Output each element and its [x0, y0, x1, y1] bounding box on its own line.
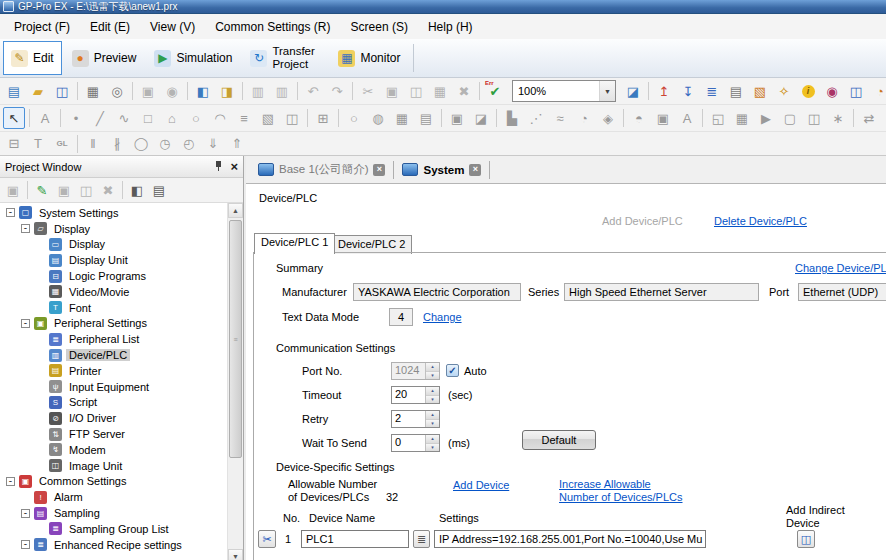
scroll-thumb[interactable]: ≡ [229, 220, 242, 458]
timeout-label: Timeout [302, 389, 341, 401]
screen-list-icon[interactable]: ◧ [127, 180, 147, 200]
scroll-down-icon[interactable]: ▼ [228, 549, 243, 560]
toolbar-separator [77, 82, 78, 100]
edit-item-icon[interactable]: ✎ [32, 180, 52, 200]
undo-icon: ↶ [302, 80, 324, 102]
tree-item-display-group[interactable]: -▱Display [0, 221, 228, 237]
tree-item-video-movie[interactable]: ▦Video/Movie [0, 284, 228, 300]
retry-stepper[interactable]: 2 ▴▾ [391, 410, 440, 428]
project-information-icon[interactable]: ≣ [701, 80, 723, 102]
tree-item-system-settings[interactable]: -▢System Settings [0, 205, 228, 221]
device-monitor-icon[interactable]: ◫ [845, 80, 867, 102]
tree-expander-icon[interactable]: - [21, 319, 30, 328]
tree-item-input-equipment[interactable]: ψInput Equipment [0, 379, 228, 395]
fit-screen-icon[interactable]: ◪ [622, 80, 644, 102]
increase-allowable-link-2[interactable]: Number of Devices/PLCs [559, 491, 683, 503]
device-row-settings-button[interactable]: ✂ [258, 530, 276, 548]
transfer-compare-icon[interactable]: ↧ [677, 80, 699, 102]
open-project-icon[interactable]: ▰ [27, 80, 49, 102]
mode-tab-simulation[interactable]: ▶Simulation [146, 41, 240, 75]
tree-item-enhanced-recipe[interactable]: -≣Enhanced Recipe settings [0, 537, 228, 553]
close-icon[interactable]: × [230, 160, 238, 173]
doc-tab-system[interactable]: System× [396, 159, 487, 181]
tree-expander-icon[interactable]: - [21, 540, 30, 549]
tree-item-logic-programs[interactable]: ⊟Logic Programs [0, 268, 228, 284]
tree-item-display-unit[interactable]: ▤Display Unit [0, 252, 228, 268]
port-no-spin-icons: ▴▾ [425, 363, 439, 379]
tree-expander-icon[interactable]: - [21, 509, 30, 518]
menu-edit[interactable]: Edit (E) [80, 17, 140, 37]
new-screen-icon[interactable]: ◧ [192, 80, 214, 102]
default-button[interactable]: Default [522, 430, 596, 450]
menu-project[interactable]: Project (F) [4, 17, 80, 37]
tree-item-peripheral-list[interactable]: ≣Peripheral List [0, 331, 228, 347]
mode-tab-monitor[interactable]: ▦Monitor [330, 41, 408, 75]
increase-allowable-link-1[interactable]: Increase Allowable [559, 478, 651, 490]
tree-item-script[interactable]: SScript [0, 395, 228, 411]
zoom-level-select[interactable]: 100%▼ [512, 80, 616, 102]
information-icon[interactable]: i [797, 80, 819, 102]
tree-item-alarm[interactable]: !Alarm [0, 489, 228, 505]
transfer-send-icon[interactable]: ↥ [653, 80, 675, 102]
mode-tab-edit[interactable]: ✎Edit [3, 41, 62, 75]
doc-tab-base-1[interactable]: Base 1(公司簡介)× [252, 159, 391, 181]
menu-view[interactable]: View (V) [140, 17, 205, 37]
change-text-data-mode-link[interactable]: Change [423, 311, 462, 323]
tree-item-ftp-server[interactable]: ⇅FTP Server [0, 426, 228, 442]
delete-device-plc-link[interactable]: Delete Device/PLC [714, 215, 807, 227]
tree-item-printer[interactable]: ▤Printer [0, 363, 228, 379]
error-check-icon[interactable]: Err✔ [484, 80, 506, 102]
tree-item-font[interactable]: TFont [0, 300, 228, 316]
tree-expander-icon[interactable]: - [6, 208, 15, 217]
tab-device-plc-1[interactable]: Device/PLC 1 [254, 233, 335, 254]
ladder-monitor-icon[interactable]: ◔ [869, 80, 886, 102]
tree-item-image-unit[interactable]: ◫Image Unit [0, 458, 228, 474]
save-project-icon[interactable]: ◫ [51, 80, 73, 102]
mode-tab-transfer-project[interactable]: ↻Transfer Project [242, 41, 328, 75]
tree-item-sampling[interactable]: -▤Sampling [0, 505, 228, 521]
timeout-spin-icons[interactable]: ▴▾ [425, 387, 439, 403]
open-screen-icon[interactable]: ◨ [216, 80, 238, 102]
add-indirect-device-button[interactable]: ◫ [797, 530, 815, 548]
tree-expander-icon[interactable]: - [21, 224, 30, 233]
device-settings-button[interactable]: ≣ [413, 530, 430, 548]
tree-item-io-driver[interactable]: ⊘I/O Driver [0, 410, 228, 426]
tree-scrollbar[interactable]: ▲ ≡ ▼ [227, 203, 243, 560]
auto-checkbox[interactable]: ✓ [446, 364, 459, 377]
change-device-plc-link[interactable]: Change Device/PLC [795, 262, 886, 274]
scroll-up-icon[interactable]: ▲ [228, 203, 243, 218]
project-tree: -▢System Settings-▱Display▭Display▤Displ… [0, 205, 228, 560]
tree-item-modem[interactable]: ↯Modem [0, 442, 228, 458]
wait-to-send-stepper[interactable]: 0 ▴▾ [391, 434, 440, 452]
add-device-link[interactable]: Add Device [453, 479, 509, 491]
csv-export-icon[interactable]: ▤ [725, 80, 747, 102]
chevron-down-icon[interactable]: ▼ [599, 81, 615, 101]
select-tool-icon[interactable]: ↖ [3, 107, 25, 129]
wait-spin-icons[interactable]: ▴▾ [425, 435, 439, 451]
tree-item-device-plc[interactable]: ▥Device/PLC [0, 347, 228, 363]
print-preview-icon[interactable]: ◎ [106, 80, 128, 102]
password-icon[interactable]: ✧ [773, 80, 795, 102]
device-name-input[interactable]: PLC1 [301, 530, 409, 548]
tree-item-peripheral-settings[interactable]: -▣Peripheral Settings [0, 316, 228, 332]
coil-icon: ◯ [130, 133, 152, 155]
menu-common-settings[interactable]: Common Settings (R) [205, 17, 340, 37]
menu-help[interactable]: Help (H) [418, 17, 483, 37]
pin-icon[interactable] [213, 160, 224, 173]
new-project-icon[interactable]: ▤ [3, 80, 25, 102]
mode-tab-preview[interactable]: ●Preview [64, 41, 145, 75]
doc-tab-close-icon[interactable]: × [469, 164, 481, 176]
workspace-icon[interactable]: ▤ [149, 180, 169, 200]
retry-spin-icons[interactable]: ▴▾ [425, 411, 439, 427]
timeout-stepper[interactable]: 20 ▴▾ [391, 386, 440, 404]
data-browser-icon[interactable]: ◉ [821, 80, 843, 102]
screen-jump-icon[interactable]: ▧ [749, 80, 771, 102]
tree-item-common-settings[interactable]: -▣Common Settings [0, 474, 228, 490]
doc-tab-close-icon[interactable]: × [373, 164, 385, 176]
tree-expander-icon[interactable]: - [6, 477, 15, 486]
tree-item-display[interactable]: ▭Display [0, 237, 228, 253]
print-icon[interactable]: ▦ [82, 80, 104, 102]
menu-screen[interactable]: Screen (S) [341, 17, 418, 37]
tree-item-label: Common Settings [36, 475, 129, 487]
tree-item-sampling-group-list[interactable]: ≣Sampling Group List [0, 521, 228, 537]
